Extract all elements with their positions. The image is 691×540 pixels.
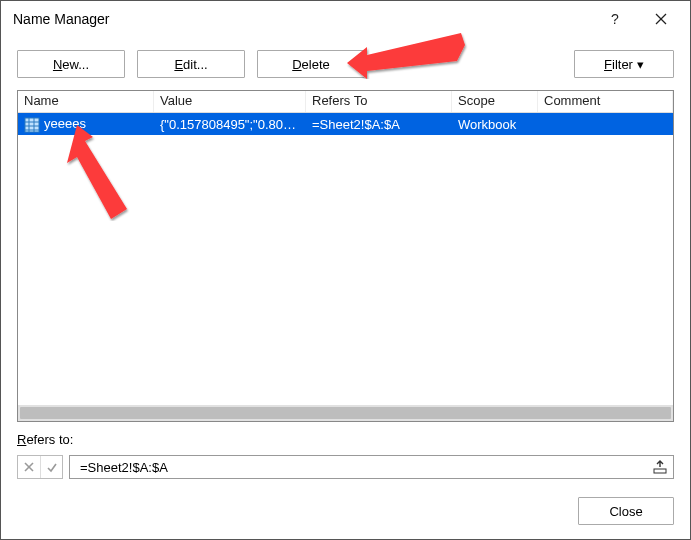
titlebar: Name Manager ? <box>1 1 690 36</box>
name-manager-dialog: Name Manager ? New... Edit... Delete Fil… <box>0 0 691 540</box>
footer: Close <box>1 491 690 539</box>
row-name: yeeees <box>44 116 86 131</box>
close-button[interactable]: Close <box>578 497 674 525</box>
refersto-label-row: Refers to: <box>1 422 690 455</box>
window-title: Name Manager <box>13 11 110 27</box>
col-name-header[interactable]: Name <box>18 91 154 112</box>
cancel-icon <box>23 461 35 473</box>
col-refers-header[interactable]: Refers To <box>306 91 452 112</box>
refersto-accept-cancel <box>17 455 63 479</box>
row-scope: Workbook <box>452 115 538 134</box>
toolbar: New... Edit... Delete Filter▾ <box>1 36 690 90</box>
refersto-input[interactable] <box>78 459 645 476</box>
table-row[interactable]: yeeees {"0.157808495";"0.804... =Sheet2!… <box>18 113 673 135</box>
edit-button[interactable]: Edit... <box>137 50 245 78</box>
row-value: {"0.157808495";"0.804... <box>154 115 306 134</box>
col-comment-header[interactable]: Comment <box>538 91 673 112</box>
help-button[interactable]: ? <box>592 4 638 34</box>
collapse-icon <box>653 460 667 474</box>
names-listbox: Name Value Refers To Scope Comment yeeee… <box>17 90 674 422</box>
col-value-header[interactable]: Value <box>154 91 306 112</box>
collapse-dialog-button[interactable] <box>651 458 669 476</box>
row-refers: =Sheet2!$A:$A <box>306 115 452 134</box>
table-icon <box>24 117 40 133</box>
close-icon <box>655 13 667 25</box>
check-icon <box>46 461 58 473</box>
svg-rect-10 <box>654 469 666 473</box>
list-rows: yeeees {"0.157808495";"0.804... =Sheet2!… <box>18 113 673 405</box>
delete-button[interactable]: Delete <box>257 50 365 78</box>
cancel-edit-button[interactable] <box>18 456 40 478</box>
refersto-label: Refers to: <box>17 432 77 447</box>
horizontal-scrollbar[interactable] <box>18 405 673 421</box>
new-button[interactable]: New... <box>17 50 125 78</box>
list-headers: Name Value Refers To Scope Comment <box>18 91 673 113</box>
refersto-edit-row <box>1 455 690 491</box>
filter-button[interactable]: Filter▾ <box>574 50 674 78</box>
refersto-input-wrap <box>69 455 674 479</box>
scrollbar-thumb[interactable] <box>20 407 671 419</box>
accept-edit-button[interactable] <box>40 456 62 478</box>
col-scope-header[interactable]: Scope <box>452 91 538 112</box>
row-comment <box>538 122 673 126</box>
chevron-down-icon: ▾ <box>637 57 644 72</box>
close-window-button[interactable] <box>638 4 684 34</box>
